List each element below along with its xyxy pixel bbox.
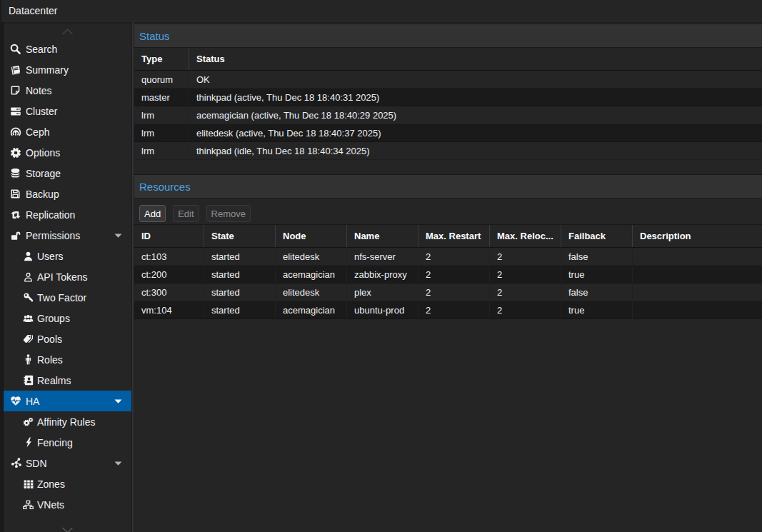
sidebar-item-two-factor[interactable]: Two Factor <box>4 287 131 308</box>
status-panel-filler <box>134 160 762 175</box>
window-left-edge <box>0 0 1 532</box>
resources-table-cell: 2 <box>418 301 490 319</box>
address-book-icon <box>23 374 34 386</box>
sidebar-item-pools[interactable]: Pools <box>4 328 131 349</box>
add-button[interactable]: Add <box>139 205 166 222</box>
sidebar-item-fencing[interactable]: Fencing <box>4 432 131 453</box>
sidebar-item-label: Affinity Rules <box>37 416 95 428</box>
status-table-column-header-status[interactable]: Status <box>189 48 762 70</box>
sidebar-item-backup[interactable]: Backup <box>4 184 131 204</box>
resources-table-column-header-node[interactable]: Node <box>276 225 347 247</box>
sidebar-item-users[interactable]: Users <box>4 246 131 266</box>
resources-table-cell <box>633 266 762 283</box>
resources-table-cell: 2 <box>418 283 490 301</box>
resources-table-cell: elitedesk <box>276 248 347 266</box>
remove-button[interactable]: Remove <box>206 205 251 222</box>
sidebar-item-ha[interactable]: HA <box>4 391 131 411</box>
resources-table-cell: started <box>204 283 276 301</box>
resources-table-cell: ubuntu-prod <box>347 301 418 319</box>
sidebar-item-notes[interactable]: Notes <box>4 80 131 101</box>
status-table-cell: lrm <box>134 124 189 142</box>
resources-table-cell: 2 <box>490 283 561 301</box>
resources-table-row-vm-104[interactable]: vm:104startedacemagicianubuntu-prod22tru… <box>134 301 762 319</box>
unlock-icon <box>9 229 21 241</box>
sidebar-item-ceph[interactable]: Ceph <box>4 121 131 142</box>
sidebar-scroll-down[interactable] <box>4 527 131 532</box>
resources-table-cell: ct:103 <box>134 248 204 266</box>
user-outline-icon <box>23 271 34 283</box>
ceph-icon <box>9 126 21 138</box>
resources-table-row-ct-200[interactable]: ct:200startedacemagicianzabbix-proxy22tr… <box>134 266 762 283</box>
network-icon <box>23 498 34 511</box>
status-table-row-lrm[interactable]: lrmthinkpad (idle, Thu Dec 18 18:40:34 2… <box>134 142 762 160</box>
sidebar-item-options[interactable]: Options <box>4 142 131 163</box>
sidebar-item-cluster[interactable]: Cluster <box>4 101 131 121</box>
window-title: Datacenter <box>9 5 57 16</box>
sidebar-item-api-tokens[interactable]: API Tokens <box>4 266 131 287</box>
sidebar-item-label: Fencing <box>37 437 73 448</box>
sidebar-item-sdn[interactable]: SDN <box>4 453 131 473</box>
resources-table-column-header-name[interactable]: Name <box>347 225 418 247</box>
sidebar-item-label: Pools <box>37 333 62 345</box>
book-icon <box>9 64 21 76</box>
resources-table-column-header-max-restart[interactable]: Max. Restart <box>418 225 490 247</box>
sidebar-item-label: Replication <box>26 209 75 221</box>
user-icon <box>23 250 34 262</box>
sidebar-item-groups[interactable]: Groups <box>4 308 131 328</box>
sidebar-item-label: Summary <box>26 64 69 76</box>
resources-table-column-header-max-reloc[interactable]: Max. Reloc... <box>490 225 561 247</box>
sidebar-item-affinity-rules[interactable]: Affinity Rules <box>4 411 131 432</box>
resources-table-row-ct-300[interactable]: ct:300startedelitedeskplex22false <box>134 283 762 301</box>
server-icon <box>9 105 21 117</box>
sidebar-item-zones[interactable]: Zones <box>4 473 131 494</box>
caret-down-icon[interactable] <box>114 234 122 238</box>
sidebar-item-label: Users <box>37 251 64 262</box>
window-titlebar: Datacenter <box>0 0 762 21</box>
sidebar-scroll-up[interactable] <box>4 24 131 39</box>
sticky-note-icon <box>9 84 21 96</box>
sidebar-item-replication[interactable]: Replication <box>4 204 131 225</box>
chevron-up-icon <box>61 29 74 35</box>
sidebar-item-label: Zones <box>37 478 65 490</box>
resources-table-row-ct-103[interactable]: ct:103startedelitedesknfs-server22false <box>134 248 762 266</box>
floppy-icon <box>9 188 21 200</box>
status-panel-title: Status <box>134 24 762 48</box>
sidebar-item-roles[interactable]: Roles <box>4 349 131 370</box>
sidebar-item-storage[interactable]: Storage <box>4 163 131 184</box>
sidebar-item-summary[interactable]: Summary <box>4 59 131 80</box>
resources-table-cell: false <box>561 248 633 266</box>
sidebar-item-label: Search <box>26 44 57 55</box>
status-table-column-header-type[interactable]: Type <box>134 48 189 70</box>
sidebar-item-permissions[interactable]: Permissions <box>4 225 131 246</box>
users-icon <box>23 312 34 324</box>
resources-table-column-header-state[interactable]: State <box>204 225 276 247</box>
sidebar-item-label: Realms <box>37 375 71 386</box>
male-icon <box>23 353 34 366</box>
status-table-body: quorumOKmasterthinkpad (active, Thu Dec … <box>134 71 762 160</box>
resources-table-cell: false <box>561 283 633 301</box>
sidebar-item-label: VNets <box>37 499 64 511</box>
sidebar-item-realms[interactable]: Realms <box>4 370 131 391</box>
sidebar-item-vnets[interactable]: VNets <box>4 494 131 515</box>
status-table-cell: thinkpad (active, Thu Dec 18 18:40:31 20… <box>189 89 762 106</box>
resources-table-cell: elitedesk <box>276 283 347 301</box>
status-table-row-lrm[interactable]: lrmelitedesk (active, Thu Dec 18 18:40:3… <box>134 124 762 142</box>
gear-icon <box>9 146 21 159</box>
status-table-row-quorum[interactable]: quorumOK <box>134 71 762 89</box>
resources-table-cell: started <box>204 266 276 283</box>
status-table-row-master[interactable]: masterthinkpad (active, Thu Dec 18 18:40… <box>134 89 762 106</box>
resources-table-column-header-failback[interactable]: Failback <box>561 225 633 247</box>
edit-button[interactable]: Edit <box>173 205 199 222</box>
status-table-row-lrm[interactable]: lrmacemagician (active, Thu Dec 18 18:40… <box>134 106 762 124</box>
sidebar-item-label: Cluster <box>26 106 57 117</box>
resources-table-body: ct:103startedelitedesknfs-server22falsec… <box>134 248 762 319</box>
sidebar-item-label: SDN <box>26 458 47 469</box>
caret-down-icon[interactable] <box>114 461 122 466</box>
resources-table-cell: 2 <box>418 248 490 266</box>
resources-table-cell: zabbix-proxy <box>347 266 418 283</box>
sidebar-item-search[interactable]: Search <box>4 39 131 59</box>
resources-table-column-header-id[interactable]: ID <box>134 225 204 247</box>
resources-table-column-header-description[interactable]: Description <box>633 225 762 247</box>
caret-down-icon[interactable] <box>114 399 122 403</box>
database-icon <box>9 167 21 179</box>
